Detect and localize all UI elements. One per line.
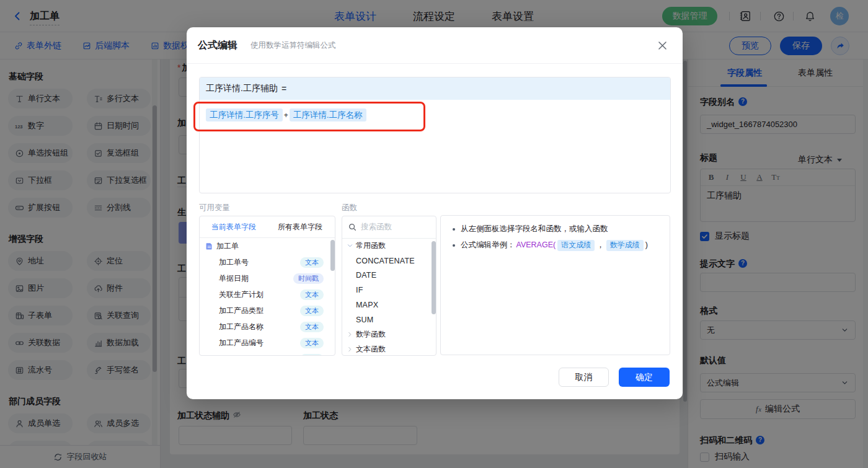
variable-type-badge: 文本: [300, 289, 324, 300]
help-box: 从左侧面板选择字段名和函数，或输入函数 公式编辑举例：AVERAGE(语文成绩，…: [440, 215, 670, 355]
chevron-right-icon: [347, 346, 353, 353]
variables-scrollbar-thumb[interactable]: [330, 240, 335, 271]
formula-editor[interactable]: 工序详情.工序辅助= 工序详情.工序序号 + 工序详情.工序名称: [199, 77, 671, 193]
help-line-2: 公式编辑举例：AVERAGE(语文成绩，数学成绩): [461, 239, 648, 251]
functions-label: 函数: [342, 203, 357, 213]
function-group-label: 文本函数: [356, 344, 386, 355]
function-name: SUM: [356, 316, 373, 324]
functions-scrollbar-thumb[interactable]: [432, 241, 436, 314]
variable-name: 加工单号: [219, 257, 249, 268]
variable-item-加工产品类型[interactable]: 加工产品类型文本: [200, 302, 335, 319]
variable-name: 加工产品名称: [219, 322, 264, 332]
function-name: MAPX: [356, 301, 378, 309]
function-group-label: 数学函数: [356, 329, 386, 340]
variables-root-label: 加工单: [216, 241, 239, 252]
functions-box: 搜索函数 常用函数CONCATENATEDATEIFMAPXSUM数学函数文本函…: [342, 216, 436, 356]
modal-title: 公式编辑: [198, 39, 237, 52]
function-group-label: 常用函数: [356, 241, 386, 251]
variable-name: 单据日期: [219, 273, 249, 284]
search-placeholder: 搜索函数: [361, 222, 392, 232]
operator: +: [284, 111, 288, 120]
variables-label: 可用变量: [199, 203, 230, 213]
variables-box: 当前表单字段所有表单字段 加工单加工单号文本单据日期时间戳关联生产计划文本加工产…: [199, 216, 335, 356]
function-name: IF: [356, 286, 363, 294]
variable-type-badge: 文本: [300, 322, 324, 332]
chevron-down-icon: [347, 242, 353, 249]
modal-subtitle: 使用数学运算符编辑公式: [250, 40, 336, 51]
formula-edit-modal: 公式编辑 使用数学运算符编辑公式 工序详情.工序辅助= 工序详情.工序序号 + …: [187, 27, 683, 399]
variable-type-badge: 文本: [300, 257, 324, 268]
variable-item-关联生产计划[interactable]: 关联生产计划文本: [200, 286, 335, 302]
field-token[interactable]: 工序详情.工序序号: [206, 108, 283, 121]
variable-item-加工产品编号[interactable]: 加工产品编号文本: [200, 335, 335, 351]
cancel-button[interactable]: 取消: [559, 368, 609, 387]
field-token[interactable]: 工序详情.工序名称: [290, 108, 366, 121]
variable-type-badge: 文本: [300, 338, 324, 348]
function-group-数学函数[interactable]: 数学函数: [342, 327, 436, 342]
function-group-文本函数[interactable]: 文本函数: [342, 342, 436, 356]
variables-tab-2[interactable]: 所有表单字段: [278, 222, 322, 232]
variable-type-badge: 时间戳: [293, 273, 324, 284]
variable-item-加工单号[interactable]: 加工单号文本: [200, 254, 335, 270]
variable-item-[interactable]: 文本: [200, 351, 335, 356]
variable-item-单据日期[interactable]: 单据日期时间戳: [200, 270, 335, 286]
variable-name: 关联生产计划: [219, 289, 264, 300]
modal-header: 公式编辑 使用数学运算符编辑公式: [187, 27, 683, 64]
chevron-right-icon: [347, 331, 353, 338]
doc-icon: [205, 242, 213, 250]
formula-expression[interactable]: 工序详情.工序序号 + 工序详情.工序名称: [200, 100, 670, 130]
function-item-DATE[interactable]: DATE: [342, 268, 436, 283]
function-item-SUM[interactable]: SUM: [342, 312, 436, 327]
bullet: [453, 228, 455, 231]
function-item-CONCATENATE[interactable]: CONCATENATE: [342, 254, 436, 268]
function-name: DATE: [356, 271, 376, 280]
function-item-IF[interactable]: IF: [342, 283, 436, 298]
close-icon[interactable]: [657, 40, 668, 51]
function-item-MAPX[interactable]: MAPX: [342, 298, 436, 312]
variable-type-badge: 文本: [300, 354, 324, 356]
bullet: [453, 244, 455, 247]
help-line-1: 从左侧面板选择字段名和函数，或输入函数: [461, 223, 608, 235]
variable-name: 加工产品类型: [219, 306, 264, 316]
function-name: CONCATENATE: [356, 257, 415, 265]
search-icon: [348, 223, 356, 231]
variable-type-badge: 文本: [300, 306, 324, 316]
variables-tab-1[interactable]: 当前表单字段: [211, 222, 256, 232]
function-search-input[interactable]: 搜索函数: [342, 216, 436, 239]
variable-item-加工产品名称[interactable]: 加工产品名称文本: [200, 319, 335, 335]
confirm-button[interactable]: 确定: [619, 368, 670, 387]
variables-tree-root[interactable]: 加工单: [200, 238, 335, 254]
formula-target-row: 工序详情.工序辅助=: [200, 77, 670, 100]
function-group-常用函数[interactable]: 常用函数: [342, 239, 436, 254]
variable-name: 加工产品编号: [219, 338, 264, 348]
